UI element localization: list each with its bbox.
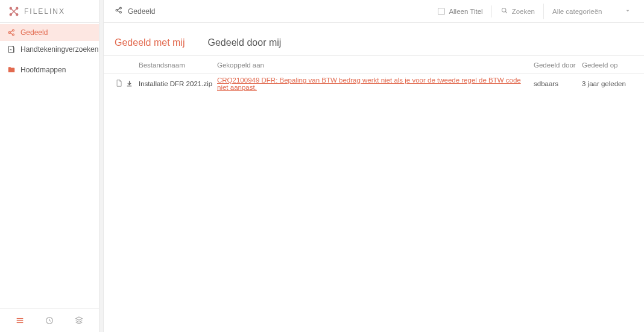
divider <box>491 5 492 17</box>
brand-logo: FILELINX <box>0 0 99 23</box>
svg-line-22 <box>505 11 507 13</box>
main-content: Gedeeld Alleen Titel Zoeken <box>104 0 644 332</box>
tab-shared-by-me[interactable]: Gedeeld door mij <box>208 37 282 55</box>
logo-mark-icon <box>8 6 19 17</box>
shared-on: 3 jaar geleden <box>582 80 633 87</box>
linked-link[interactable]: CRQ2100949 DFR: Bepaling van BTW bedrag … <box>217 77 521 91</box>
breadcrumb: Gedeeld <box>115 6 432 16</box>
svg-line-19 <box>118 8 120 10</box>
category-label: Alle categorieën <box>552 8 602 15</box>
col-sharedon[interactable]: Gedeeld op <box>582 61 633 69</box>
sidebar-item-label: Handtekeningverzoeken <box>21 45 98 54</box>
title-only-checkbox[interactable]: Alleen Titel <box>438 8 482 15</box>
svg-point-21 <box>502 8 506 12</box>
sidebar-item-label: Hoofdmappen <box>21 66 66 74</box>
topbar: Gedeeld Alleen Titel Zoeken <box>104 0 644 23</box>
share-icon <box>115 6 123 16</box>
category-select[interactable]: Alle categorieën <box>543 4 637 19</box>
sidebar-footer <box>0 308 99 332</box>
svg-line-10 <box>10 33 13 34</box>
sidebar-item-handtekening[interactable]: Handtekeningverzoeken <box>0 41 99 58</box>
table-body: Installatie DFR 2021.zip CRQ2100949 DFR:… <box>104 74 644 93</box>
clock-icon[interactable] <box>44 315 55 326</box>
sidebar-item-gedeeld[interactable]: Gedeeld <box>0 24 99 41</box>
svg-line-20 <box>118 11 120 12</box>
checkbox-icon <box>438 8 445 15</box>
topbar-actions: Alleen Titel Zoeken Alle categorieën <box>438 4 637 19</box>
shared-by: sdbaars <box>534 80 582 87</box>
svg-point-3 <box>16 7 18 9</box>
scroll-strip <box>99 0 104 332</box>
share-icon <box>7 28 16 37</box>
col-sharedby[interactable]: Gedeeld door <box>534 61 582 69</box>
checkbox-label: Alleen Titel <box>449 8 482 15</box>
search-placeholder: Zoeken <box>512 8 535 15</box>
table-header: Bestandsnaam Gekoppeld aan Gedeeld door … <box>104 56 644 74</box>
brand-name: FILELINX <box>24 7 65 16</box>
svg-point-4 <box>10 13 11 15</box>
chevron-down-icon <box>625 8 631 15</box>
sidebar-item-label: Gedeeld <box>21 28 48 37</box>
tabs: Gedeeld met mij Gedeeld door mij <box>104 23 644 56</box>
svg-point-2 <box>10 7 11 9</box>
table-row[interactable]: Installatie DFR 2021.zip CRQ2100949 DFR:… <box>104 74 644 93</box>
tab-shared-with-me[interactable]: Gedeeld met mij <box>115 37 185 55</box>
sidebar: FILELINX Gedeeld <box>0 0 99 332</box>
signature-icon <box>7 45 16 54</box>
search-icon <box>500 7 508 16</box>
col-name[interactable]: Bestandsnaam <box>139 61 217 69</box>
layers-icon[interactable] <box>74 315 84 326</box>
sidebar-item-hoofdmappen[interactable]: Hoofdmappen <box>0 61 99 78</box>
sidebar-nav: Gedeeld Handtekeningverzoeken <box>0 23 99 308</box>
folder-icon <box>7 66 16 74</box>
menu-icon[interactable] <box>14 315 25 326</box>
file-name: Installatie DFR 2021.zip <box>139 80 217 87</box>
page-title: Gedeeld <box>128 7 155 16</box>
file-icon <box>115 79 125 89</box>
svg-line-9 <box>10 31 13 32</box>
svg-point-5 <box>16 13 18 15</box>
search-input[interactable]: Zoeken <box>500 7 535 16</box>
col-linked[interactable]: Gekoppeld aan <box>217 61 534 69</box>
download-button[interactable] <box>125 80 139 89</box>
